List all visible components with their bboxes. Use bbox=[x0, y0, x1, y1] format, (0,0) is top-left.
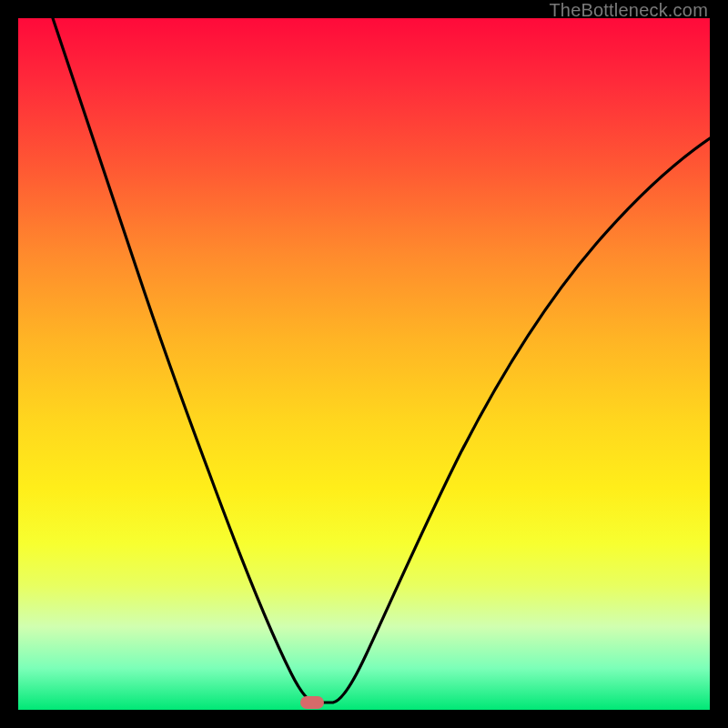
plot-area bbox=[18, 18, 710, 710]
optimal-marker bbox=[300, 696, 324, 709]
chart-frame: TheBottleneck.com bbox=[0, 0, 728, 728]
watermark-text: TheBottleneck.com bbox=[549, 0, 708, 21]
bottleneck-curve bbox=[53, 18, 710, 703]
curve-layer bbox=[18, 18, 710, 710]
